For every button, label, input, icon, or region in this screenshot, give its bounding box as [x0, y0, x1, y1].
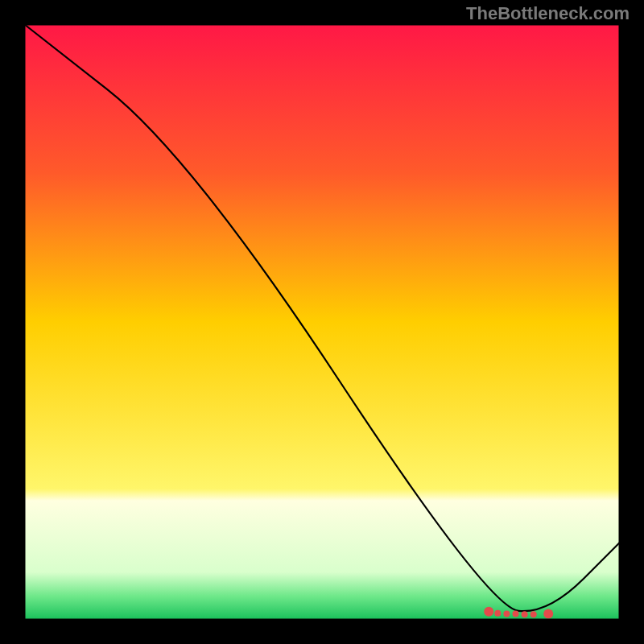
- optimal-marker: [494, 610, 501, 617]
- optimal-marker: [530, 611, 537, 617]
- plot-background: [24, 24, 620, 620]
- optimal-marker: [484, 607, 493, 617]
- optimal-marker: [522, 611, 528, 617]
- watermark-text: TheBottleneck.com: [466, 3, 630, 24]
- optimal-marker: [513, 611, 519, 617]
- chart-container: TheBottleneck.com: [0, 0, 644, 644]
- optimal-marker: [543, 609, 553, 619]
- bottleneck-chart: [0, 0, 644, 644]
- optimal-marker: [503, 611, 510, 617]
